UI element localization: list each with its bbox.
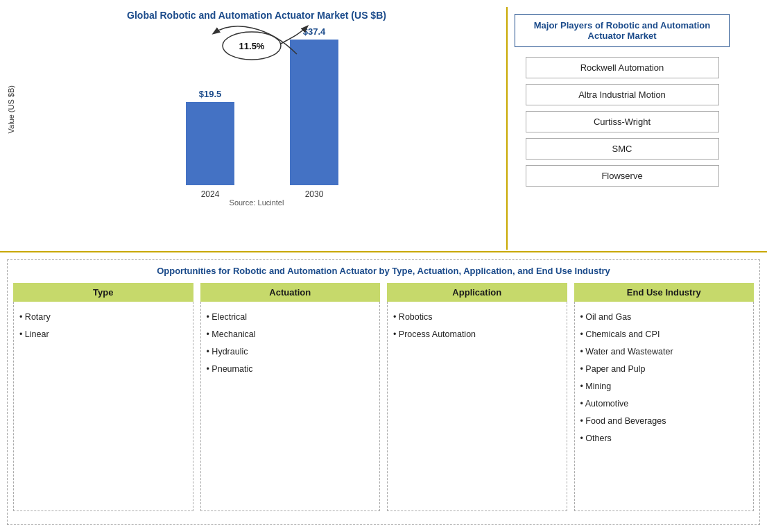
category-body-type: Rotary Linear (13, 302, 193, 511)
categories-row: Type Rotary Linear Actuation Electrical … (13, 283, 754, 511)
right-panel: Major Players of Robotic and Automation … (508, 7, 736, 250)
bar-group-2030: $37.4 2030 (290, 26, 338, 199)
enduse-item-0: Oil and Gas (580, 309, 748, 326)
player-item-4: Flowserve (526, 165, 719, 187)
player-item-1: Altra Industrial Motion (526, 84, 719, 105)
cagr-text: 11.5% (239, 41, 265, 51)
top-section: Global Robotic and Automation Actuator M… (0, 0, 767, 250)
type-item-0: Rotary (19, 309, 187, 326)
enduse-item-6: Food and Beverages (580, 413, 748, 430)
cagr-arrow-right (281, 26, 307, 44)
player-item-3: SMC (526, 138, 719, 160)
source-text: Source: Lucintel (230, 198, 284, 207)
actuation-item-1: Mechanical (207, 326, 374, 343)
chart-wrapper: Value (US $B) $19.5 2024 $37.4 (7, 26, 506, 193)
actuation-item-2: Hydraulic (207, 343, 374, 361)
bar-group-2024: $19.5 2024 (186, 89, 234, 199)
type-item-1: Linear (19, 326, 187, 343)
bar-label-2030: 2030 (305, 189, 324, 199)
category-body-enduse: Oil and Gas Chemicals and CPI Water and … (574, 302, 755, 511)
cagr-arrow-svg: 11.5% (179, 6, 331, 68)
category-body-application: Robotics Process Automation (387, 302, 567, 511)
enduse-item-5: Automotive (580, 395, 748, 413)
category-col-enduse: End Use Industry Oil and Gas Chemicals a… (574, 283, 755, 511)
chart-area: Global Robotic and Automation Actuator M… (7, 7, 506, 250)
category-header-application: Application (387, 283, 567, 302)
category-body-actuation: Electrical Mechanical Hydraulic Pneumati… (200, 302, 381, 511)
enduse-item-1: Chemicals and CPI (580, 326, 748, 343)
bar-value-2024: $19.5 (199, 89, 222, 99)
category-col-actuation: Actuation Electrical Mechanical Hydrauli… (200, 283, 381, 511)
category-col-application: Application Robotics Process Automation (387, 283, 567, 511)
horizontal-divider (0, 251, 767, 252)
category-col-type: Type Rotary Linear (13, 283, 193, 511)
top-inner: Global Robotic and Automation Actuator M… (7, 7, 760, 250)
bottom-section: Opportunities for Robotic and Automation… (7, 259, 760, 525)
enduse-item-3: Paper and Pulp (580, 361, 748, 378)
actuation-item-0: Electrical (207, 309, 374, 326)
category-header-actuation: Actuation (200, 283, 381, 302)
bar-label-2024: 2024 (201, 189, 220, 199)
category-header-type: Type (13, 283, 193, 302)
bottom-title: Opportunities for Robotic and Automation… (13, 266, 754, 276)
cagr-annotation: 11.5% (179, 6, 331, 71)
player-item-0: Rockwell Automation (526, 57, 719, 78)
application-item-0: Robotics (393, 309, 561, 326)
players-box-title: Major Players of Robotic and Automation … (515, 14, 730, 47)
bars-container: $19.5 2024 $37.4 2030 (18, 26, 506, 199)
y-axis-label: Value (US $B) (7, 85, 15, 134)
category-header-enduse: End Use Industry (574, 283, 755, 302)
actuation-item-3: Pneumatic (207, 361, 374, 378)
player-item-2: Curtiss-Wright (526, 111, 719, 132)
enduse-item-2: Water and Wastewater (580, 343, 748, 361)
enduse-item-4: Mining (580, 378, 748, 395)
enduse-item-7: Others (580, 430, 748, 447)
bar-2024 (186, 102, 234, 185)
chart-inner: $19.5 2024 $37.4 2030 (18, 26, 506, 193)
application-item-1: Process Automation (393, 326, 561, 343)
